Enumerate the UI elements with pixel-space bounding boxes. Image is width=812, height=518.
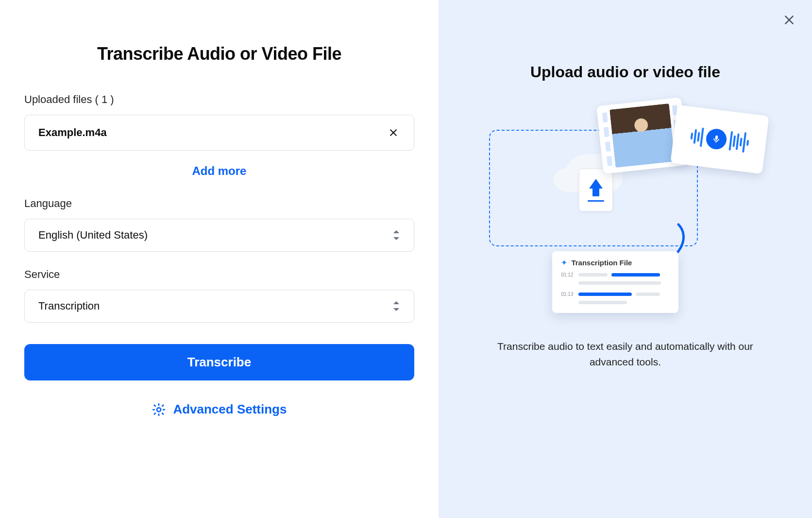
chevron-updown-icon xyxy=(392,301,400,311)
service-value: Transcription xyxy=(38,300,100,312)
form-wrap: Transcribe Audio or Video File Uploaded … xyxy=(24,44,414,417)
text-bar-icon xyxy=(611,273,660,276)
uploaded-files-text: Uploaded files xyxy=(24,93,92,105)
audio-waveform-card xyxy=(671,105,769,174)
advanced-settings-button[interactable]: Advanced Settings xyxy=(173,402,287,417)
upload-arrow-icon xyxy=(589,179,603,189)
timestamp: 01:13 xyxy=(561,292,575,297)
wave-bar-icon xyxy=(743,132,747,153)
text-bar-icon xyxy=(578,293,632,296)
upload-illustration: ✦ Transcription File 01:12 01:13 xyxy=(489,110,761,314)
side-title: Upload audio or video file xyxy=(530,63,720,81)
wave-bar-icon xyxy=(694,129,697,144)
side-description: Transcribe audio to text easily and auto… xyxy=(489,339,761,369)
close-icon xyxy=(783,14,795,26)
text-bar-icon xyxy=(636,293,660,296)
svg-rect-5 xyxy=(715,135,718,140)
language-select[interactable]: English (United States) xyxy=(24,219,414,252)
person-thumbnail xyxy=(610,104,676,168)
gear-icon xyxy=(152,402,166,417)
service-select[interactable]: Transcription xyxy=(24,290,414,323)
upload-baseline-icon xyxy=(588,200,604,202)
close-modal-button[interactable] xyxy=(783,14,795,28)
close-icon xyxy=(389,128,398,138)
wave-bar-icon xyxy=(736,133,740,150)
add-more-button[interactable]: Add more xyxy=(24,164,414,178)
wave-bar-icon xyxy=(740,138,743,146)
transcription-card-title: Transcription File xyxy=(571,259,632,267)
language-value: English (United States) xyxy=(38,229,148,242)
file-name: Example.m4a xyxy=(38,126,107,139)
wave-bar-icon xyxy=(733,136,736,147)
wave-bar-icon xyxy=(746,140,749,146)
uploaded-files-label: Uploaded files ( 1 ) xyxy=(24,93,414,106)
text-bar-icon xyxy=(578,273,608,276)
sparkle-icon: ✦ xyxy=(561,258,567,267)
timestamp: 01:12 xyxy=(561,272,575,277)
text-bar-icon xyxy=(578,301,627,304)
text-bar-icon xyxy=(578,281,661,285)
uploaded-files-count: ( 1 ) xyxy=(95,93,114,105)
upload-doc-icon xyxy=(579,169,613,211)
advanced-settings-row: Advanced Settings xyxy=(24,402,414,417)
chevron-updown-icon xyxy=(392,230,400,241)
wave-bar-icon xyxy=(700,127,704,147)
transcription-result-card: ✦ Transcription File 01:12 01:13 xyxy=(552,251,678,313)
uploaded-file-row: Example.m4a xyxy=(24,115,414,151)
form-panel: Transcribe Audio or Video File Uploaded … xyxy=(0,0,439,518)
wave-bar-icon xyxy=(729,131,733,151)
page-title: Transcribe Audio or Video File xyxy=(24,44,414,64)
transcribe-button[interactable]: Transcribe xyxy=(24,344,414,380)
language-label: Language xyxy=(24,197,414,210)
info-panel: Upload audio or video file xyxy=(439,0,812,518)
service-label: Service xyxy=(24,268,414,281)
microphone-icon xyxy=(705,128,728,151)
wave-bar-icon xyxy=(697,132,700,141)
wave-bar-icon xyxy=(691,133,694,139)
svg-point-2 xyxy=(157,408,161,412)
remove-file-button[interactable] xyxy=(387,126,400,139)
